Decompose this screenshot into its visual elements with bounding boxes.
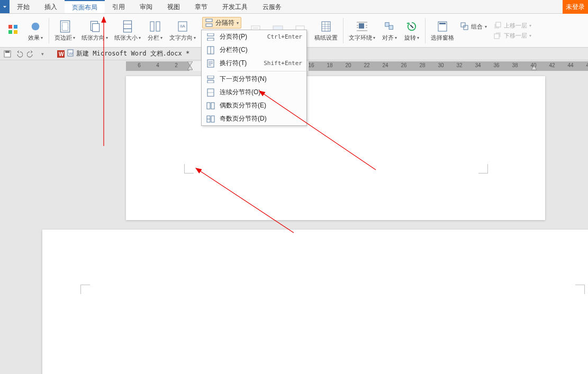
dd-page-break[interactable]: 分页符(P) Ctrl+Enter	[202, 30, 306, 43]
arrange-group: 组合 ▾	[458, 22, 489, 39]
select-pane-button[interactable]: 选择窗格	[429, 14, 456, 47]
separator	[425, 18, 426, 43]
dd-label: 偶数页分节符(E)	[220, 101, 302, 110]
paper-setting-button[interactable]: 稿纸设置	[312, 14, 340, 47]
document-tab[interactable]: W W 新建 Microsoft Word 文档.docx *	[57, 49, 189, 58]
svg-text:W: W	[59, 51, 64, 57]
svg-rect-32	[207, 38, 214, 41]
svg-rect-2	[8, 30, 12, 34]
group-button[interactable]: 组合 ▾	[458, 22, 489, 31]
svg-rect-8	[93, 24, 99, 32]
dd-even-page-section[interactable]: 偶数页分节符(E)	[202, 99, 306, 112]
app-menu-button[interactable]	[0, 0, 10, 13]
svg-rect-28	[496, 22, 501, 27]
order-group: 上移一层 ▾ 下移一层 ▾	[491, 21, 533, 40]
svg-point-4	[32, 23, 40, 31]
login-status-badge[interactable]: 未登录	[563, 0, 588, 14]
tab-references[interactable]: 引用	[105, 0, 132, 13]
dd-odd-page-section[interactable]: 奇数页分节符(D)	[202, 112, 306, 125]
dd-shortcut: Ctrl+Enter	[267, 33, 302, 40]
right-indent-marker-icon[interactable]	[531, 66, 537, 71]
orientation-label: 纸张方向	[82, 34, 105, 42]
dd-line-break[interactable]: 换行符(T) Shift+Enter	[202, 57, 306, 70]
dd-shortcut: Shift+Enter	[264, 60, 302, 67]
effect-icon	[28, 19, 43, 34]
columns-button[interactable]: 分栏 ▾	[145, 14, 165, 47]
tab-home[interactable]: 开始	[10, 0, 37, 13]
dd-label: 下一页分节符(N)	[220, 75, 302, 84]
effect-label: 效果	[28, 34, 40, 42]
effect-button[interactable]: 效果 ▾	[25, 14, 46, 47]
page-break-icon	[205, 19, 213, 27]
ruler-tick: 16	[308, 62, 314, 68]
horizontal-ruler[interactable]: 6 4 2 16 18 20 22 24 26 28 30 32 34 36 3…	[126, 61, 588, 71]
svg-rect-44	[5, 51, 10, 53]
tab-insert[interactable]: 插入	[37, 0, 65, 13]
tab-sections[interactable]: 章节	[187, 0, 215, 13]
move-down-button[interactable]: 下移一层 ▾	[491, 31, 533, 40]
tab-cloud[interactable]: 云服务	[255, 0, 289, 13]
menu-tabs: 开始 插入 页面布局 引用 审阅 视图 章节 开发工具 云服务	[10, 0, 289, 13]
ruler-tick: 32	[456, 62, 462, 68]
separator	[343, 18, 343, 43]
page-1[interactable]	[126, 76, 545, 220]
undo-icon[interactable]	[15, 50, 23, 58]
line-break-icon	[206, 59, 215, 68]
ruler-tick: 46	[586, 62, 588, 68]
wps-logo-icon: W	[57, 50, 65, 58]
ruler-tick: 30	[438, 62, 444, 68]
page-break-icon	[206, 33, 215, 41]
ruler-tick: 34	[475, 62, 481, 68]
svg-rect-37	[207, 80, 214, 83]
svg-text:W: W	[69, 51, 73, 56]
qat-dropdown-icon[interactable]: ▾	[38, 50, 47, 58]
chevron-down-icon: ▾	[194, 35, 196, 40]
svg-rect-3	[14, 30, 17, 34]
orientation-icon	[87, 19, 103, 34]
ruler-tick: 4	[156, 62, 159, 68]
chevron-down-icon: ▾	[417, 35, 419, 40]
size-icon	[120, 19, 135, 34]
word-doc-icon: W	[67, 49, 74, 58]
svg-rect-0	[8, 25, 12, 29]
tab-view[interactable]: 视图	[160, 0, 187, 13]
move-down-icon	[493, 31, 502, 40]
dd-next-page-section[interactable]: 下一页分节符(N)	[202, 72, 306, 86]
size-button[interactable]: 纸张大小 ▾	[112, 14, 143, 47]
paper-setting-label: 稿纸设置	[314, 34, 338, 42]
ruler-tick: 42	[549, 62, 555, 68]
ruler-tick: 2	[175, 62, 178, 68]
ruler-tick: 36	[493, 62, 499, 68]
ruler-tick: 28	[419, 62, 425, 68]
tab-review[interactable]: 审阅	[132, 0, 160, 13]
svg-rect-9	[123, 21, 131, 32]
indent-marker-icon[interactable]	[187, 66, 193, 71]
rotate-button[interactable]: 旋转 ▾	[402, 14, 422, 47]
align-icon	[382, 19, 397, 34]
orientation-button[interactable]: 纸张方向 ▾	[79, 14, 110, 47]
text-wrap-button[interactable]: 文字环绕 ▾	[347, 14, 377, 47]
margin-mark	[575, 285, 585, 294]
palette-icon	[5, 22, 21, 37]
separator-button[interactable]: 分隔符 ▾	[202, 17, 241, 29]
text-wrap-label: 文字环绕	[349, 34, 372, 42]
text-direction-button[interactable]: IIA 文字方向 ▾	[167, 14, 198, 47]
svg-rect-15	[206, 24, 212, 26]
ruler-tick: 26	[401, 62, 406, 68]
select-pane-icon	[435, 19, 450, 34]
theme-color-button[interactable]	[3, 14, 23, 47]
tab-developer[interactable]: 开发工具	[215, 0, 255, 13]
dd-continuous-section[interactable]: 连续分节符(O)	[202, 86, 306, 99]
tab-page-layout[interactable]: 页面布局	[65, 0, 105, 13]
dd-column-break[interactable]: 分栏符(C)	[202, 43, 306, 57]
margin-mark	[184, 164, 194, 174]
align-button[interactable]: 对齐 ▾	[379, 14, 400, 47]
ruler-tick: 20	[345, 62, 351, 68]
redo-icon[interactable]	[26, 50, 35, 58]
move-up-button[interactable]: 上移一层 ▾	[491, 21, 533, 30]
page-2[interactable]	[42, 230, 588, 374]
dropdown-separator	[218, 71, 306, 71]
text-direction-icon: IIA	[175, 19, 191, 34]
margin-button[interactable]: 页边距 ▾	[52, 14, 77, 47]
save-icon[interactable]	[3, 50, 12, 58]
